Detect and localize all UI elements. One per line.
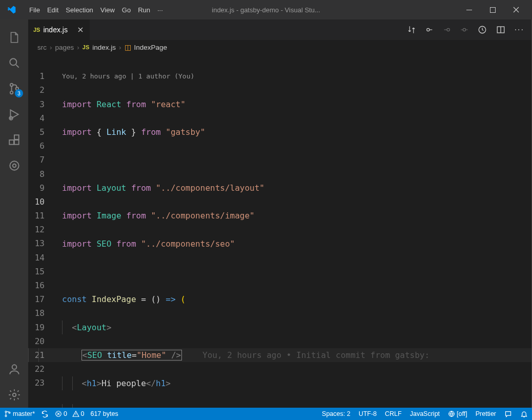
menu-more[interactable]: ··· [154,6,167,14]
sync-icon[interactable] [41,410,49,418]
menu-view[interactable]: View [97,6,118,14]
crumb-file[interactable]: index.js [92,44,116,51]
scm-badge: 3 [15,89,23,97]
menu-run[interactable]: Run [134,6,154,14]
status-bar: master* 0 0 617 bytes Spaces: 2 UTF-8 CR… [0,408,532,420]
tab-bar: JS index.js ··· [28,19,531,40]
window-title: index.js - gatsby-demo - Visual Stu... [212,6,320,14]
compare-changes-icon[interactable] [407,25,416,34]
settings-gear-icon[interactable] [0,382,28,408]
git-branch[interactable]: master* [4,410,35,417]
live-share[interactable]: [off] [448,410,467,417]
encoding[interactable]: UTF-8 [359,410,377,417]
language-mode[interactable]: JavaScript [410,410,440,417]
svg-rect-8 [14,140,19,145]
svg-point-20 [5,415,7,417]
titlebar: File Edit Selection View Go Run ··· inde… [0,0,532,19]
tab-index-js[interactable]: JS index.js [28,19,90,40]
toggle-blame-icon[interactable] [478,25,487,34]
close-button[interactable] [504,0,528,19]
chevron-right-icon: › [50,44,52,51]
svg-point-16 [463,28,465,31]
minimize-button[interactable] [457,0,481,19]
crumb-pages[interactable]: pages [55,44,74,51]
prev-change-icon[interactable] [425,26,434,34]
svg-rect-1 [490,7,495,12]
vscode-logo-icon [6,5,19,15]
notifications-icon[interactable] [520,410,528,418]
accounts-icon[interactable] [0,356,28,382]
menu-selection[interactable]: Selection [62,6,96,14]
activity-bar: 3 [0,19,28,408]
symbol-variable-icon: ◫ [125,43,131,51]
code-content[interactable]: You, 2 hours ago | 1 author (You) import… [59,54,531,408]
file-size[interactable]: 617 bytes [90,410,118,417]
search-icon[interactable] [0,50,28,76]
js-file-icon: JS [33,27,40,33]
menu-edit[interactable]: Edit [44,6,62,14]
run-debug-icon[interactable] [0,102,28,127]
tab-close-icon[interactable] [77,26,84,33]
svg-point-14 [426,28,429,31]
gitlens-icon[interactable] [0,153,28,178]
revision-nav-icon[interactable] [460,26,468,34]
git-blame-annotation: You, 2 hours ago • Initial commit from g… [202,348,429,362]
svg-point-10 [10,161,18,170]
crumb-symbol[interactable]: IndexPage [134,44,168,51]
svg-point-13 [12,393,16,397]
codelens[interactable]: You, 2 hours ago | 1 author (You) [62,69,531,83]
split-editor-icon[interactable] [496,25,505,34]
svg-rect-0 [466,10,472,10]
editor[interactable]: 1234567891011121314151617181920212223 Yo… [28,54,531,408]
feedback-icon[interactable] [504,410,512,418]
prettier[interactable]: Prettier [476,410,496,417]
svg-point-4 [10,91,12,94]
js-file-icon: JS [83,44,89,50]
svg-point-19 [5,411,7,412]
tab-label: index.js [43,26,67,34]
breadcrumb[interactable]: src › pages › JS index.js › ◫ IndexPage [28,40,531,54]
svg-point-2 [10,58,16,65]
svg-point-3 [10,84,12,86]
svg-rect-9 [14,135,19,139]
problems[interactable]: 0 0 [55,410,84,417]
menu-file[interactable]: File [26,6,44,14]
menu-go[interactable]: Go [118,6,134,14]
eol[interactable]: CRLF [385,410,402,417]
chevron-right-icon: › [119,44,121,51]
crumb-src[interactable]: src [37,44,47,51]
extensions-icon[interactable] [0,127,28,153]
chevron-right-icon: › [77,44,79,51]
svg-point-12 [12,365,16,369]
more-actions-icon[interactable]: ··· [515,25,524,34]
indent[interactable]: Spaces: 2 [322,410,351,417]
maximize-button[interactable] [481,0,504,19]
explorer-icon[interactable] [0,25,28,50]
svg-point-15 [447,28,449,31]
source-control-icon[interactable]: 3 [0,76,28,102]
next-change-icon[interactable] [443,26,451,34]
svg-point-11 [12,164,16,168]
svg-rect-7 [9,140,14,145]
